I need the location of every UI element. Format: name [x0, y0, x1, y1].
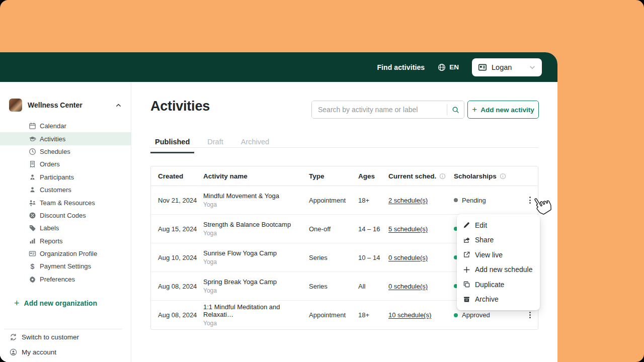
archive-icon: [463, 296, 470, 303]
sidebar-item-preferences[interactable]: Preferences: [0, 273, 131, 286]
tab-archived[interactable]: Archived: [236, 138, 274, 153]
my-account-button[interactable]: My account: [0, 344, 131, 359]
column-header-scholarships: Scholarships: [454, 172, 527, 180]
find-activities-link[interactable]: Find activities: [377, 63, 425, 71]
menu-item-share[interactable]: Share: [457, 233, 540, 248]
tag-icon: [29, 224, 36, 232]
sidebar-item-reports[interactable]: Reports: [0, 235, 131, 247]
status-label: Pending: [462, 197, 486, 204]
schedules-link[interactable]: 2 schedule(s): [388, 197, 428, 204]
switch-to-customer-button[interactable]: Switch to customer: [0, 329, 131, 344]
info-icon[interactable]: [439, 173, 446, 179]
add-new-activity-button[interactable]: + Add new activity: [467, 101, 539, 119]
schedules-link[interactable]: 10 schedule(s): [388, 311, 431, 319]
menu-item-label: Archive: [475, 295, 499, 303]
schedules-link[interactable]: 0 schedule(s): [388, 283, 428, 290]
sidebar-item-label: Activities: [40, 135, 65, 143]
add-new-organization-button[interactable]: + Add new organization: [14, 299, 131, 308]
user-name: Logan: [492, 63, 524, 71]
sidebar-item-label: Labels: [40, 224, 59, 232]
activity-type: Appointment: [309, 311, 358, 319]
sidebar-item-organization-profile[interactable]: Organization Profile: [0, 247, 131, 260]
switch-to-customer-label: Switch to customer: [22, 333, 79, 341]
chevron-down-icon: [529, 64, 536, 71]
created-date: Aug 10, 2024: [158, 254, 203, 261]
sidebar-item-activities[interactable]: Activities: [0, 132, 131, 145]
main-content: Activities +: [131, 82, 557, 362]
sidebar-footer: Switch to customer My account: [0, 329, 131, 362]
page-background: Find activities EN: [0, 0, 644, 362]
sidebar-item-orders[interactable]: Orders: [0, 158, 131, 170]
menu-item-add-new-schedule[interactable]: Add new schedule: [457, 262, 540, 278]
sidebar-item-customers[interactable]: Customers: [0, 184, 131, 196]
scholarship-status: Approved: [454, 311, 527, 319]
menu-item-view-live[interactable]: View live: [457, 247, 540, 262]
column-header-current-sched: Current sched.: [388, 172, 454, 180]
activity-label: Yoga: [203, 287, 309, 294]
add-new-organization-label: Add new organization: [24, 299, 97, 307]
created-date: Nov 21, 2024: [158, 197, 203, 204]
language-switcher[interactable]: EN: [438, 63, 459, 71]
gear-icon: [29, 276, 36, 283]
sidebar-item-calendar[interactable]: Calendar: [0, 120, 131, 132]
search-input[interactable]: [312, 101, 447, 118]
sidebar: Wellness Center CalendarActivitiesSchedu…: [0, 82, 131, 362]
sidebar-item-labels[interactable]: Labels: [0, 222, 131, 234]
activity-type: Series: [309, 283, 358, 290]
sidebar-item-discount-codes[interactable]: Discount Codes: [0, 209, 131, 222]
tabs-underline: [150, 147, 538, 148]
user-menu-button[interactable]: Logan: [472, 58, 542, 76]
menu-item-duplicate[interactable]: Duplicate: [457, 277, 540, 292]
organization-header[interactable]: Wellness Center: [0, 82, 131, 117]
bar-chart-icon: [29, 237, 36, 245]
menu-item-archive[interactable]: Archive: [457, 292, 540, 307]
activity-label: Yoga: [203, 320, 309, 327]
info-icon[interactable]: [500, 173, 506, 179]
calendar-icon: [29, 122, 36, 130]
activity-name-cell: Mindful Movement & YogaYoga: [203, 192, 309, 208]
status-dot-approved: [454, 313, 458, 317]
activity-name: Mindful Movement & Yoga: [203, 192, 309, 200]
menu-item-label: Duplicate: [475, 281, 504, 289]
row-actions-kebab[interactable]: [527, 309, 533, 322]
activity-label: Yoga: [203, 201, 309, 208]
sidebar-item-label: Team & Resources: [40, 199, 95, 207]
menu-item-label: Add new schedule: [475, 265, 532, 274]
row-actions-kebab[interactable]: [527, 194, 533, 207]
schedules-link[interactable]: 0 schedule(s): [388, 254, 428, 261]
activity-name-cell: 1:1 Mindful Meditation and Relaxati…Yoga: [203, 303, 309, 327]
language-label: EN: [449, 63, 459, 71]
team-icon: [29, 199, 36, 207]
sidebar-item-schedules[interactable]: Schedules: [0, 145, 131, 158]
sidebar-item-label: Organization Profile: [40, 250, 97, 257]
search-button[interactable]: [447, 101, 464, 118]
sidebar-item-payment-settings[interactable]: $Payment Settings: [0, 260, 131, 273]
tab-published[interactable]: Published: [150, 138, 194, 153]
sidebar-item-label: Payment Settings: [40, 262, 91, 270]
menu-item-edit[interactable]: Edit: [457, 218, 540, 233]
sidebar-item-team-resources[interactable]: Team & Resources: [0, 196, 131, 209]
chevron-up-icon: [115, 102, 122, 109]
dollar-icon: $: [29, 262, 36, 270]
activity-name: Sunrise Flow Yoga Camp: [203, 249, 309, 257]
activity-name-cell: Strength & Balance BootcampYoga: [203, 221, 309, 237]
tab-draft[interactable]: Draft: [203, 138, 227, 153]
schedules-link[interactable]: 5 schedule(s): [388, 225, 428, 233]
sidebar-item-label: Discount Codes: [40, 212, 86, 219]
status-dot-pending: [454, 198, 458, 202]
menu-item-label: Edit: [475, 221, 487, 229]
sidebar-menu: CalendarActivitiesSchedulesOrdersPartici…: [0, 120, 131, 286]
page-title: Activities: [150, 99, 210, 114]
sidebar-item-label: Customers: [40, 186, 71, 194]
search-icon: [452, 106, 459, 114]
participants-icon: [29, 173, 36, 181]
sidebar-item-label: Calendar: [40, 122, 66, 130]
sidebar-item-participants[interactable]: Participants: [0, 171, 131, 184]
menu-item-label: View live: [475, 251, 503, 259]
activity-name-cell: Sunrise Flow Yoga CampYoga: [203, 249, 309, 265]
plus-icon: [463, 266, 470, 274]
ages: 10 – 14: [358, 254, 388, 261]
id-badge-icon: [478, 63, 487, 72]
ages: All: [358, 283, 388, 290]
created-date: Aug 08, 2024: [158, 311, 203, 319]
